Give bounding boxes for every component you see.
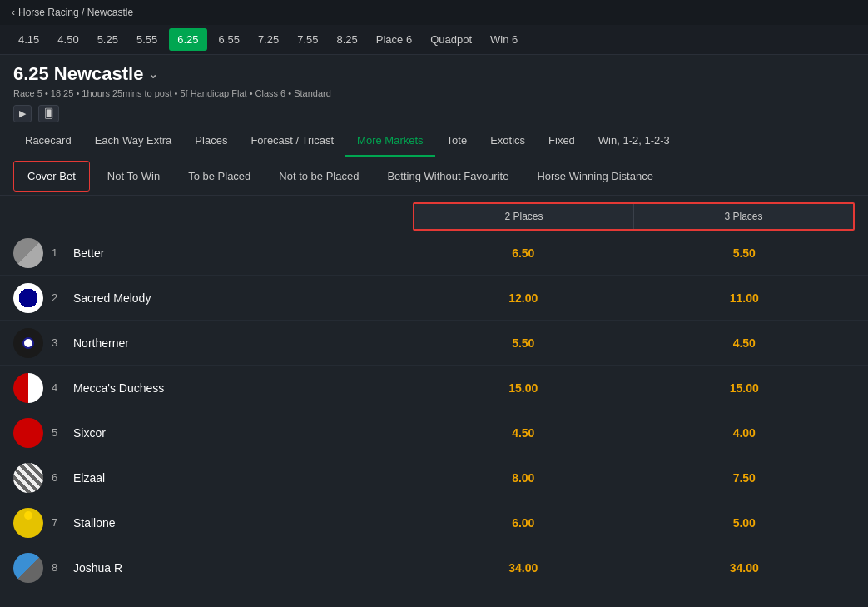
horse-number: 8: [52, 561, 65, 574]
odds-3-places[interactable]: 4.00: [634, 418, 856, 448]
sub-tab-to-be-placed[interactable]: To be Placed: [174, 161, 265, 192]
odds-3-places[interactable]: 15.00: [634, 373, 856, 403]
race-tab-8.25[interactable]: 8.25: [329, 25, 366, 54]
market-nav-each-way-extra[interactable]: Each Way Extra: [83, 126, 184, 157]
odds-2-places-value[interactable]: 4.50: [512, 426, 534, 440]
sub-tab-not-to-win[interactable]: Not To Win: [93, 161, 174, 192]
odds-3-places[interactable]: 5.50: [634, 238, 856, 268]
race-tab-5.25[interactable]: 5.25: [89, 25, 126, 54]
horse-odds: 6.00 5.00: [413, 508, 855, 538]
horse-silk: [13, 238, 43, 268]
horse-name: Northerner: [73, 336, 129, 350]
video-icon[interactable]: ▶: [13, 105, 32, 122]
race-tab-7.25[interactable]: 7.25: [250, 25, 287, 54]
odds-3-places-value[interactable]: 5.00: [733, 516, 756, 530]
breadcrumb: ‹ Horse Racing / Newcastle: [0, 0, 868, 25]
odds-3-places[interactable]: 4.50: [634, 328, 856, 358]
odds-2-places[interactable]: 15.00: [413, 373, 634, 403]
odds-3-places-value[interactable]: 11.00: [730, 291, 759, 305]
odds-2-places[interactable]: 4.50: [413, 418, 634, 448]
market-nav-forecast---tricast[interactable]: Forecast / Tricast: [239, 126, 345, 157]
chevron-down-icon[interactable]: ⌄: [148, 67, 158, 81]
horse-name: Stallone: [73, 516, 116, 530]
race-tab-5.55[interactable]: 5.55: [128, 25, 166, 54]
odds-header: 2 Places 3 Places: [0, 196, 868, 231]
market-nav-more-markets[interactable]: More Markets: [345, 126, 434, 157]
odds-2-places-value[interactable]: 15.00: [508, 381, 538, 395]
race-tab-7.55[interactable]: 7.55: [289, 25, 326, 54]
horse-info: 4 Mecca's Duchess: [13, 373, 413, 403]
market-nav-fixed[interactable]: Fixed: [537, 126, 587, 157]
horse-number: 5: [52, 426, 65, 439]
horse-name: Better: [73, 246, 104, 260]
odds-3-places-value[interactable]: 7.50: [733, 471, 756, 485]
horse-info: 6 Elzaal: [13, 463, 413, 493]
odds-3-places-value[interactable]: 34.00: [730, 561, 759, 575]
horse-odds: 34.00 34.00: [413, 553, 855, 583]
table-row: 3 Northerner 5.50 4.50: [0, 321, 868, 366]
odds-3-places[interactable]: 11.00: [634, 283, 856, 313]
race-tab-6.25[interactable]: 6.25: [169, 28, 206, 51]
race-icons: ▶ 🂠: [13, 105, 855, 122]
col-2-places-header: 2 Places: [414, 204, 634, 229]
table-row: 7 Stallone 6.00 5.00: [0, 500, 868, 545]
odds-3-places[interactable]: 34.00: [634, 553, 856, 583]
odds-2-places[interactable]: 12.00: [413, 283, 634, 313]
sub-tab-horse-winning-distance[interactable]: Horse Winning Distance: [523, 161, 667, 192]
race-tab-4.15[interactable]: 4.15: [10, 25, 47, 54]
odds-2-places-value[interactable]: 5.50: [512, 336, 534, 350]
odds-2-places-value[interactable]: 12.00: [508, 291, 538, 305]
odds-2-places-value[interactable]: 8.00: [512, 471, 534, 485]
odds-2-places[interactable]: 5.50: [413, 328, 634, 358]
odds-2-places[interactable]: 34.00: [413, 553, 634, 583]
horse-info: 2 Sacred Melody: [13, 283, 413, 313]
odds-2-places-value[interactable]: 6.50: [512, 246, 534, 260]
horse-odds: 12.00 11.00: [413, 283, 855, 313]
odds-3-places-value[interactable]: 15.00: [730, 381, 759, 395]
race-time: 6.25: [13, 63, 49, 85]
odds-3-places-value[interactable]: 4.00: [733, 426, 756, 440]
market-nav-tote[interactable]: Tote: [435, 126, 479, 157]
market-nav-win--1-2--1-2-3[interactable]: Win, 1-2, 1-2-3: [587, 126, 682, 157]
odds-2-places[interactable]: 6.00: [413, 508, 634, 538]
horse-number: 7: [52, 516, 65, 529]
horse-number: 6: [52, 471, 65, 484]
table-row: 8 Joshua R 34.00 34.00: [0, 545, 868, 590]
horse-info: 7 Stallone: [13, 508, 413, 538]
race-header: 6.25 Newcastle ⌄ Race 5 • 18:25 • 1hours…: [0, 55, 868, 126]
race-venue: Newcastle: [54, 63, 144, 85]
col-3-places-header: 3 Places: [634, 204, 853, 229]
race-tab-win-6[interactable]: Win 6: [482, 25, 526, 54]
race-tab-6.55[interactable]: 6.55: [211, 25, 248, 54]
race-tab-4.50[interactable]: 4.50: [49, 25, 87, 54]
odds-3-places-value[interactable]: 5.50: [733, 246, 756, 260]
odds-2-places-value[interactable]: 6.00: [512, 516, 534, 530]
market-nav-racecard[interactable]: Racecard: [13, 126, 83, 157]
horse-number: 4: [52, 381, 65, 394]
horse-number: 1: [52, 246, 65, 259]
odds-2-places-value[interactable]: 34.00: [508, 561, 538, 575]
odds-2-places[interactable]: 8.00: [413, 463, 634, 493]
market-nav-exotics[interactable]: Exotics: [479, 126, 537, 157]
sub-tab-betting-without-favourite[interactable]: Betting Without Favourite: [373, 161, 523, 192]
odds-3-places-value[interactable]: 4.50: [733, 336, 756, 350]
horse-name: Mecca's Duchess: [73, 381, 164, 395]
race-tabs-bar: 4.154.505.255.556.256.557.257.558.25Plac…: [0, 25, 868, 55]
breadcrumb-text[interactable]: Horse Racing / Newcastle: [18, 7, 133, 18]
horse-silk: [13, 463, 43, 493]
table-row: 4 Mecca's Duchess 15.00 15.00: [0, 366, 868, 410]
odds-3-places[interactable]: 5.00: [634, 508, 856, 538]
odds-3-places[interactable]: 7.50: [634, 463, 856, 493]
card-icon[interactable]: 🂠: [38, 105, 59, 122]
sub-tab-not-to-be-placed[interactable]: Not to be Placed: [265, 161, 373, 192]
horses-list: 1 Better 6.50 5.50 2 Sacred Melody 12.00…: [0, 231, 868, 590]
sub-tab-cover-bet[interactable]: Cover Bet: [13, 161, 90, 192]
odds-2-places[interactable]: 6.50: [413, 238, 634, 268]
odds-columns-header: 2 Places 3 Places: [413, 202, 855, 231]
horse-silk: [13, 508, 43, 538]
race-tab-place-6[interactable]: Place 6: [368, 25, 420, 54]
market-nav-places[interactable]: Places: [183, 126, 239, 157]
horse-silk: [13, 553, 43, 583]
race-tab-quadpot[interactable]: Quadpot: [422, 25, 480, 54]
horse-odds: 15.00 15.00: [413, 373, 855, 403]
